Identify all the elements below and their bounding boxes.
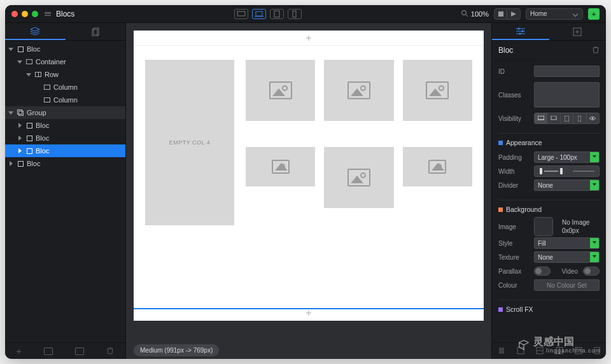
stop-button[interactable] xyxy=(495,9,507,19)
page-select-value: Home xyxy=(530,10,547,17)
device-tablet-icon[interactable] xyxy=(270,9,284,19)
bg-colour-row: Colour No Colour Set xyxy=(498,278,600,292)
device-phone-icon[interactable] xyxy=(288,9,302,19)
inspector-title: Bloc xyxy=(498,46,513,55)
tree-node-row[interactable]: Row xyxy=(5,68,125,81)
disclosure-arrow-icon[interactable] xyxy=(17,123,23,128)
minimize-window[interactable] xyxy=(22,11,28,17)
zoom-control[interactable]: 100% xyxy=(461,10,489,18)
scrollfx-title: Scroll FX xyxy=(498,305,600,313)
tab-pages[interactable] xyxy=(66,23,126,40)
image-placeholder[interactable] xyxy=(246,147,315,186)
device-desktop-icon[interactable] xyxy=(234,9,248,19)
footer-tool-6-icon[interactable] xyxy=(594,347,600,356)
footer-tool-5-icon[interactable] xyxy=(575,347,582,356)
tree-node-label: Container xyxy=(36,58,122,66)
layout-mode-1-icon[interactable] xyxy=(44,347,53,355)
visibility-tablet[interactable] xyxy=(561,113,573,123)
canvas-scroll[interactable]: + EMPTY COL 4 + xyxy=(126,23,491,359)
tree-node-label: Column xyxy=(53,96,122,104)
image-placeholder[interactable] xyxy=(403,147,472,186)
parallax-toggle[interactable] xyxy=(534,267,551,276)
classes-input[interactable] xyxy=(534,82,600,108)
add-layer-button[interactable]: + xyxy=(17,346,22,356)
tree-node-container[interactable]: Container xyxy=(5,55,125,68)
disclosure-arrow-icon[interactable] xyxy=(17,148,23,153)
footer-tool-2-icon[interactable] xyxy=(517,347,524,356)
svg-rect-4 xyxy=(293,11,296,17)
tab-properties[interactable] xyxy=(492,23,549,40)
visibility-laptop[interactable] xyxy=(547,113,560,123)
tree-node-bloc[interactable]: Bloc xyxy=(5,144,125,157)
tree-node-bloc[interactable]: Bloc xyxy=(5,43,125,55)
tree-node-label: Bloc xyxy=(27,45,122,53)
bg-style-select[interactable]: Fill xyxy=(534,237,600,249)
image-placeholder[interactable] xyxy=(324,60,393,121)
disclosure-arrow-icon[interactable] xyxy=(17,60,23,64)
scrollfx-section: Scroll FX xyxy=(498,300,600,317)
breakpoint-status: Medium (991px -> 769px) xyxy=(134,344,219,356)
zoom-window[interactable] xyxy=(32,11,38,17)
empty-column[interactable]: EMPTY COL 4 xyxy=(145,60,234,225)
svg-line-6 xyxy=(466,15,468,17)
tree-node-column[interactable]: Column xyxy=(5,81,125,94)
tab-add[interactable] xyxy=(549,23,607,40)
delete-bloc-button[interactable] xyxy=(592,46,600,55)
preview-controls xyxy=(494,8,521,20)
bg-image-well[interactable] xyxy=(534,217,553,236)
bloc-icon xyxy=(17,46,24,52)
delete-button[interactable] xyxy=(106,347,114,356)
col-icon xyxy=(43,97,51,103)
tree-node-bloc[interactable]: Bloc xyxy=(5,132,125,144)
bg-colour-label: Colour xyxy=(498,282,529,289)
divider-row: Divider None xyxy=(498,178,600,192)
image-placeholder[interactable] xyxy=(403,60,472,121)
visibility-phone[interactable] xyxy=(573,113,586,123)
page-select[interactable]: Home xyxy=(526,8,583,20)
menu-icon[interactable] xyxy=(45,12,51,16)
add-bloc-top[interactable]: + xyxy=(134,31,484,46)
add-page-button[interactable]: + xyxy=(588,8,600,20)
disclosure-arrow-icon[interactable] xyxy=(17,136,23,141)
disclosure-arrow-icon[interactable] xyxy=(8,111,14,115)
tab-layers[interactable] xyxy=(5,23,66,40)
tree-node-column[interactable]: Column xyxy=(5,94,125,106)
footer-tool-3-icon[interactable] xyxy=(536,347,544,356)
bg-colour-well[interactable]: No Colour Set xyxy=(534,279,600,291)
layout-mode-2-icon[interactable] xyxy=(75,347,84,355)
canvas[interactable]: + EMPTY COL 4 + xyxy=(134,31,484,321)
footer-tool-1-icon[interactable] xyxy=(498,347,505,356)
id-input[interactable] xyxy=(534,66,600,77)
appearance-section: Appearance Padding Large - 100px Width xyxy=(498,133,600,192)
video-toggle[interactable] xyxy=(583,267,600,276)
visibility-eye-icon[interactable] xyxy=(587,113,599,123)
device-laptop-icon[interactable] xyxy=(252,9,266,19)
width-slider[interactable] xyxy=(534,165,600,177)
bloc-icon xyxy=(25,135,33,141)
section-marker-icon xyxy=(498,141,503,145)
image-placeholder[interactable] xyxy=(246,60,315,121)
disclosure-arrow-icon[interactable] xyxy=(25,73,32,76)
divider-select[interactable]: None xyxy=(534,179,600,191)
visibility-row: Visibility xyxy=(498,111,600,125)
image-placeholder[interactable] xyxy=(324,147,393,208)
play-button[interactable] xyxy=(507,9,520,19)
footer-tool-4-icon[interactable] xyxy=(556,347,563,356)
tree-node-bloc[interactable]: Bloc xyxy=(5,119,125,132)
close-window[interactable] xyxy=(11,11,18,17)
padding-select[interactable]: Large - 100px xyxy=(534,151,600,163)
right-tabs xyxy=(492,23,606,41)
inspector-body: ID Classes Visibility xyxy=(492,60,606,342)
tree-node-bloc[interactable]: Bloc xyxy=(5,157,125,170)
disclosure-arrow-icon[interactable] xyxy=(8,48,14,51)
bg-texture-row: Texture None xyxy=(498,250,600,264)
tree-node-group[interactable]: Group xyxy=(5,106,125,119)
disclosure-arrow-icon[interactable] xyxy=(8,161,14,166)
section-marker-icon xyxy=(498,207,503,212)
tree-node-label: Bloc xyxy=(36,147,122,155)
svg-rect-26 xyxy=(500,348,501,353)
tree-node-label: Bloc xyxy=(36,134,122,142)
bg-image-label: Image xyxy=(498,223,529,230)
visibility-desktop[interactable] xyxy=(535,113,547,123)
bg-texture-select[interactable]: None xyxy=(534,251,600,263)
